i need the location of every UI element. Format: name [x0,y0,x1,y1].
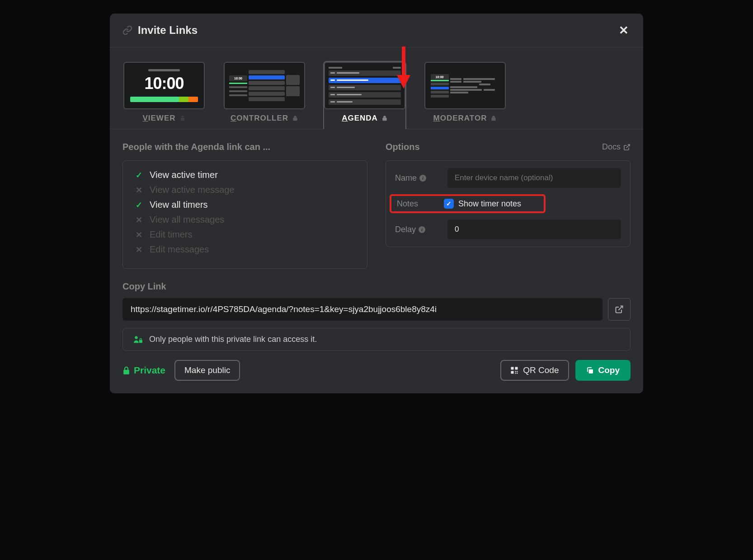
lock-icon [122,366,130,375]
copy-button[interactable]: Copy [575,360,631,381]
svg-marker-1 [397,75,410,89]
notes-checkbox-label: Show timer notes [458,199,521,209]
unlock-icon [179,115,186,121]
svg-rect-18 [588,369,593,373]
options-section: Options Docs Name i Not [386,142,631,269]
svg-rect-11 [511,367,514,370]
perm-view-all-messages: ✕ View all messages [136,215,354,225]
copy-link-section: Copy Link [122,281,631,321]
tab-moderator-label: MODERATOR [433,114,497,123]
perm-edit-messages: ✕ Edit messages [136,244,354,255]
lock-icon [381,115,388,121]
svg-rect-15 [517,371,518,372]
svg-rect-12 [515,367,518,370]
check-icon: ✓ [136,170,142,180]
options-box: Name i Notes ✓ Show timer notes [386,160,631,247]
svg-rect-17 [517,373,518,373]
svg-rect-14 [515,371,516,372]
modal-body: People with the Agenda link can ... ✓ Vi… [110,129,643,393]
x-icon: ✕ [136,185,142,195]
tab-agenda-label: AGENDA [342,114,388,123]
copy-icon [586,367,594,374]
copy-link-heading: Copy Link [122,281,631,292]
link-icon [122,25,132,35]
tab-viewer-label: VIEWER [142,114,185,123]
permissions-heading: People with the Agenda link can ... [122,142,367,152]
annotation-arrow-icon [392,44,415,89]
tab-moderator[interactable]: 10:00 MODERATOR [424,61,507,129]
svg-rect-16 [515,373,516,373]
svg-rect-3 [293,118,297,121]
tab-controller[interactable]: 10:00 CONTROLLER [223,61,306,129]
tab-viewer-preview: 10:00 [123,62,205,109]
tab-controller-label: CONTROLLER [231,114,298,123]
perm-view-all-timers: ✓ View all timers [136,200,354,210]
x-icon: ✕ [136,230,142,240]
open-link-button[interactable] [608,298,631,321]
svg-rect-5 [492,118,496,121]
svg-line-6 [626,145,630,148]
perm-view-active-message: ✕ View active message [136,185,354,195]
option-name-label: Name i [395,173,440,183]
lock-icon [490,115,497,121]
external-link-icon [615,305,624,314]
people-lock-icon [133,336,143,344]
options-heading: Options [386,142,420,152]
modal-header: Invite Links ✕ [110,14,643,47]
info-icon[interactable]: i [419,175,426,182]
option-name-row: Name i [395,168,621,188]
make-public-button[interactable]: Make public [174,360,240,381]
tab-controller-preview: 10:00 [224,62,305,109]
viewer-preview-time: 10:00 [144,74,184,93]
notes-checkbox-wrap[interactable]: ✓ Show timer notes [444,199,521,209]
invite-links-modal: Invite Links ✕ 10:00 VIEWER 10:00 [110,14,643,393]
option-delay-row: Delay i [395,219,621,239]
link-url-input[interactable] [122,298,602,321]
check-icon: ✓ [136,200,142,210]
svg-point-8 [135,336,137,339]
svg-line-7 [618,306,622,310]
notes-checkbox[interactable]: ✓ [444,199,454,209]
external-link-icon [623,144,631,151]
perm-edit-timers: ✕ Edit timers [136,229,354,240]
svg-rect-13 [511,371,514,374]
option-delay-label: Delay i [395,225,440,234]
privacy-notice: Only people with this private link can a… [122,328,631,351]
svg-rect-9 [139,340,142,342]
modal-title: Invite Links [122,24,198,37]
tabs: 10:00 VIEWER 10:00 [110,47,643,129]
qr-code-button[interactable]: QR Code [500,360,569,381]
delay-input[interactable] [447,219,621,239]
perm-view-active-timer: ✓ View active timer [136,170,354,180]
svg-rect-4 [382,118,386,121]
tab-viewer[interactable]: 10:00 VIEWER [122,61,206,129]
svg-rect-2 [180,118,184,121]
x-icon: ✕ [136,215,142,225]
svg-rect-10 [123,370,129,374]
modal-title-text: Invite Links [138,24,198,37]
close-button[interactable]: ✕ [617,23,631,38]
name-input[interactable] [447,168,621,188]
option-notes-label: Notes [397,199,437,209]
qr-icon [510,366,518,374]
lock-icon [292,115,298,121]
private-badge: Private [122,365,165,376]
permissions-box: ✓ View active timer ✕ View active messag… [122,160,367,269]
info-icon[interactable]: i [419,226,425,233]
tab-moderator-preview: 10:00 [424,62,506,109]
docs-link[interactable]: Docs [602,142,631,152]
x-icon: ✕ [136,245,142,255]
privacy-notice-text: Only people with this private link can a… [149,335,317,344]
permissions-section: People with the Agenda link can ... ✓ Vi… [122,142,367,269]
notes-highlight-annotation: Notes ✓ Show timer notes [390,194,546,213]
modal-footer: Private Make public QR Code Copy [122,360,631,381]
